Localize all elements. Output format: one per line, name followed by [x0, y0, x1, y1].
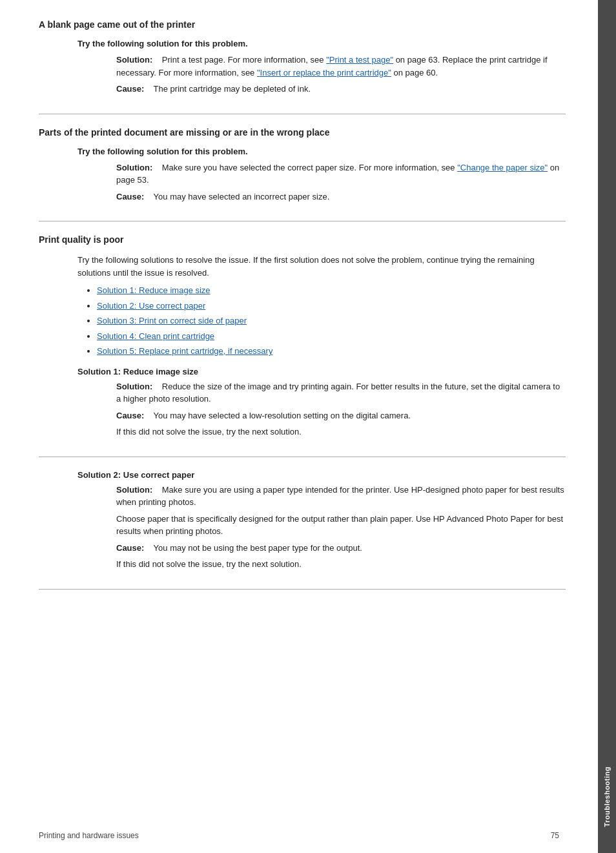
solution1-title: Solution 1: Reduce image size: [39, 367, 566, 376]
divider-4: [39, 589, 566, 590]
solution1-cause-text: You may have selected a low-resolution s…: [154, 411, 411, 420]
solution2-title: Solution 2: Use correct paper: [39, 470, 566, 480]
solution1-solution-label: Solution:: [116, 382, 152, 391]
bullet-link-3[interactable]: Solution 3: Print on correct side of pap…: [97, 316, 247, 325]
list-item: Solution 3: Print on correct side of pap…: [97, 314, 566, 327]
blank-page-link2-suffix: on page 60.: [391, 68, 438, 77]
list-item: Solution 1: Reduce image size: [97, 284, 566, 297]
section-solution2: Solution 2: Use correct paper Solution: …: [39, 470, 566, 571]
blank-page-link1[interactable]: "Print a test page": [326, 55, 393, 65]
solution2-cause-label: Cause:: [116, 543, 144, 553]
blank-page-solution-text: Print a test page. For more information,…: [162, 55, 326, 65]
section-print-quality-title: Print quality is poor: [39, 234, 566, 245]
solution2-followup: If this did not solve the issue, try the…: [39, 558, 566, 571]
section-parts-missing-title: Parts of the printed document are missin…: [39, 127, 566, 138]
bullet-link-1[interactable]: Solution 1: Reduce image size: [97, 285, 210, 295]
solution2-solution-label: Solution:: [116, 485, 152, 495]
blank-page-cause-label: Cause:: [116, 84, 144, 94]
blank-page-solution-label: Solution:: [116, 55, 152, 65]
page-footer: Printing and hardware issues 75: [0, 831, 598, 840]
parts-missing-subsection: Try the following solution for this prob…: [39, 147, 566, 156]
parts-missing-solution-label: Solution:: [116, 163, 152, 172]
solution2-cause: Cause: You may not be using the best pap…: [39, 542, 566, 555]
blank-page-link2[interactable]: "Insert or replace the print cartridge": [257, 68, 391, 77]
blank-page-cause: Cause: The print cartridge may be deplet…: [39, 83, 566, 96]
divider-3: [39, 457, 566, 457]
list-item: Solution 4: Clean print cartridge: [97, 330, 566, 343]
divider-1: [39, 114, 566, 114]
print-quality-intro: Try the following solutions to resolve t…: [39, 254, 566, 279]
list-item: Solution 2: Use correct paper: [97, 300, 566, 313]
parts-missing-cause-text: You may have selected an incorrect paper…: [154, 192, 330, 201]
solution1-followup: If this did not solve the issue, try the…: [39, 426, 566, 438]
section-print-quality: Print quality is poor Try the following …: [39, 234, 566, 438]
section-parts-missing: Parts of the printed document are missin…: [39, 127, 566, 203]
solution2-solution-para: Solution: Make sure you are using a pape…: [39, 484, 566, 509]
solution1-solution-para: Solution: Reduce the size of the image a…: [39, 380, 566, 406]
sidebar-tab-label: Troubleshooting: [603, 766, 611, 827]
solution1-cause: Cause: You may have selected a low-resol…: [39, 409, 566, 422]
parts-missing-link[interactable]: "Change the paper size": [457, 163, 548, 172]
blank-page-cause-text: The print cartridge may be depleted of i…: [154, 84, 311, 94]
solution2-cause-text: You may not be using the best paper type…: [154, 543, 362, 553]
parts-missing-cause-label: Cause:: [116, 192, 144, 201]
section-blank-page: A blank page came out of the printer Try…: [39, 19, 566, 96]
blank-page-link1-suffix: on page 63: [393, 55, 438, 65]
list-item: Solution 5: Replace print cartridge, if …: [97, 345, 566, 358]
blank-page-solution-para: Solution: Print a test page. For more in…: [39, 54, 566, 79]
bullet-link-2[interactable]: Solution 2: Use correct paper: [97, 301, 205, 311]
parts-missing-cause: Cause: You may have selected an incorrec…: [39, 190, 566, 203]
parts-missing-solution-text: Make sure you have selected the correct …: [162, 163, 457, 172]
sidebar-troubleshooting-tab: Troubleshooting: [598, 0, 616, 853]
bullet-link-5[interactable]: Solution 5: Replace print cartridge, if …: [97, 346, 272, 356]
solution1-solution-text: Reduce the size of the image and try pri…: [116, 382, 560, 404]
parts-missing-solution-para: Solution: Make sure you have selected th…: [39, 161, 566, 187]
solution2-body2: Choose paper that is specifically design…: [39, 513, 566, 538]
solution2-solution-text: Make sure you are using a paper type int…: [116, 485, 564, 508]
section-blank-page-title: A blank page came out of the printer: [39, 19, 566, 30]
footer-page-number: 75: [551, 831, 559, 840]
blank-page-subsection: Try the following solution for this prob…: [39, 39, 566, 48]
footer-center: Printing and hardware issues: [39, 831, 139, 840]
solution1-cause-label: Cause:: [116, 411, 144, 420]
bullet-link-4[interactable]: Solution 4: Clean print cartridge: [97, 331, 214, 341]
print-quality-bullets: Solution 1: Reduce image size Solution 2…: [39, 284, 566, 358]
divider-2: [39, 221, 566, 221]
